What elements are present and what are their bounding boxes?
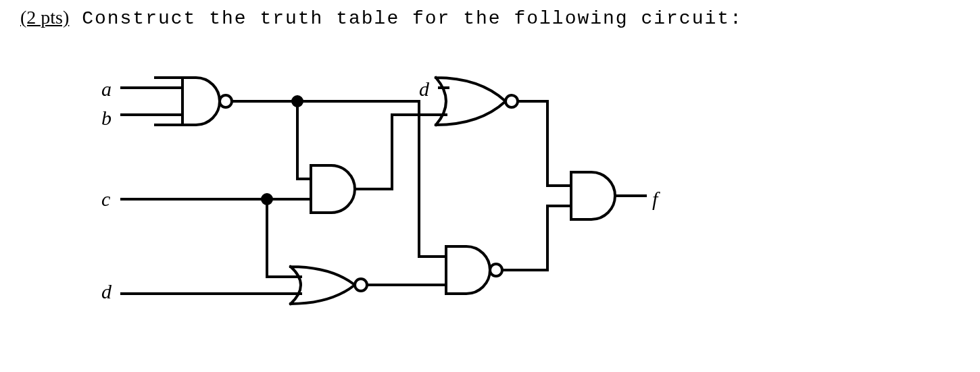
input-label-b: b bbox=[101, 107, 112, 130]
input-label-a: a bbox=[101, 78, 112, 101]
nand-gate-icon bbox=[155, 78, 232, 125]
nor-gate-icon bbox=[291, 267, 367, 304]
svg-point-18 bbox=[355, 279, 367, 291]
question-prompt: (2 pts) Construct the truth table for th… bbox=[20, 7, 743, 29]
circuit-svg bbox=[101, 61, 777, 358]
and-gate-icon bbox=[571, 172, 615, 219]
nand-gate-icon bbox=[446, 246, 502, 294]
input-label-d-lower: d bbox=[101, 280, 112, 303]
svg-point-0 bbox=[220, 95, 232, 107]
question-instruction: Construct the truth table for the follow… bbox=[82, 8, 743, 29]
question-points: (2 pts) bbox=[20, 7, 69, 28]
nor-gate-icon bbox=[436, 78, 518, 125]
input-label-c: c bbox=[101, 188, 110, 211]
svg-point-22 bbox=[490, 264, 502, 276]
and-gate-icon bbox=[311, 165, 355, 213]
input-label-d-upper: d bbox=[419, 78, 429, 101]
output-label-f: f bbox=[652, 188, 658, 211]
circuit-diagram: a b c d d f bbox=[101, 61, 845, 358]
svg-point-20 bbox=[506, 95, 518, 107]
